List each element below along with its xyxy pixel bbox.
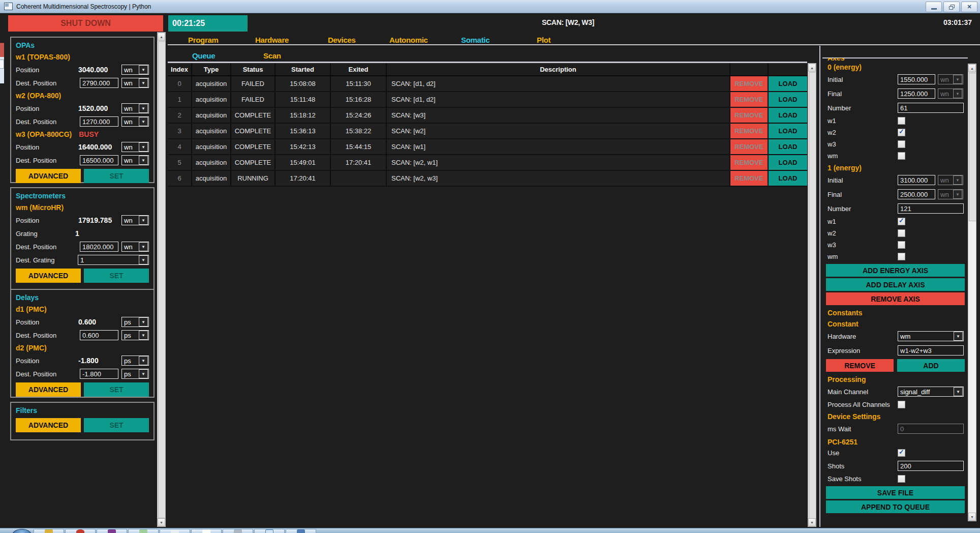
dest-grating-select[interactable]: 1▼ xyxy=(78,255,149,265)
remove-button[interactable]: REMOVE xyxy=(730,139,768,154)
dest-position-input[interactable] xyxy=(80,369,118,379)
w3-checkbox[interactable] xyxy=(898,140,905,148)
units-select[interactable]: ps▼ xyxy=(121,369,149,379)
units-select[interactable]: wn▼ xyxy=(121,155,149,165)
use-checkbox[interactable] xyxy=(898,449,905,457)
tab-devices[interactable]: Devices xyxy=(328,36,356,44)
dest-position-input[interactable] xyxy=(80,242,118,252)
units-select[interactable]: ps▼ xyxy=(121,330,149,340)
units-select[interactable]: wn▼ xyxy=(938,74,963,84)
scroll-up-icon[interactable]: ▲ xyxy=(158,33,165,41)
set-button[interactable]: SET xyxy=(84,269,149,283)
append-to-queue-button[interactable]: APPEND TO QUEUE xyxy=(826,500,965,513)
scroll-up-icon[interactable]: ▲ xyxy=(808,64,816,72)
minimize-button[interactable] xyxy=(926,2,942,12)
w1-checkbox[interactable] xyxy=(898,117,905,125)
remove-axis-button[interactable]: REMOVE AXIS xyxy=(826,292,965,305)
subtab-scan[interactable]: Scan xyxy=(263,51,281,60)
expression-input[interactable] xyxy=(898,345,964,356)
remove-button[interactable]: REMOVE xyxy=(730,76,768,91)
remove-button[interactable]: REMOVE xyxy=(730,92,768,107)
load-button[interactable]: LOAD xyxy=(769,139,807,154)
scroll-down-icon[interactable]: ▼ xyxy=(158,518,165,526)
initial-input[interactable] xyxy=(898,74,935,84)
taskbar-item[interactable] xyxy=(254,529,285,533)
units-select[interactable]: wn▼ xyxy=(121,65,149,75)
remove-constant-button[interactable]: REMOVE xyxy=(826,359,894,372)
remove-button[interactable]: REMOVE xyxy=(730,124,768,138)
tab-autonomic[interactable]: Autonomic xyxy=(389,36,428,44)
load-button[interactable]: LOAD xyxy=(769,108,807,123)
remove-button[interactable]: REMOVE xyxy=(730,108,768,123)
units-select[interactable]: wn▼ xyxy=(121,242,149,252)
load-button[interactable]: LOAD xyxy=(769,155,807,170)
set-button[interactable]: SET xyxy=(84,418,149,432)
taskbar-item[interactable] xyxy=(223,529,253,533)
taskbar-item[interactable] xyxy=(65,529,96,533)
units-select[interactable]: ps▼ xyxy=(121,317,149,327)
w3-checkbox[interactable] xyxy=(898,241,905,249)
scroll-down-icon[interactable]: ▼ xyxy=(968,513,976,521)
tab-hardware[interactable]: Hardware xyxy=(255,36,289,44)
units-select[interactable]: wn▼ xyxy=(121,215,149,225)
w2-checkbox[interactable] xyxy=(898,129,905,136)
initial-input[interactable] xyxy=(898,175,935,185)
scrollbar-thumb[interactable] xyxy=(809,72,816,519)
remove-button[interactable]: REMOVE xyxy=(730,171,768,186)
number-input[interactable] xyxy=(898,203,964,214)
scroll-down-icon[interactable]: ▼ xyxy=(808,518,816,526)
dest-position-input[interactable] xyxy=(80,155,118,165)
wm-checkbox[interactable] xyxy=(898,152,905,160)
dest-position-input[interactable] xyxy=(80,78,118,88)
advanced-button[interactable]: ADVANCED xyxy=(16,382,81,397)
load-button[interactable]: LOAD xyxy=(769,124,807,138)
set-button[interactable]: SET xyxy=(84,169,149,183)
add-energy-axis-button[interactable]: ADD ENERGY AXIS xyxy=(826,264,965,277)
set-button[interactable]: SET xyxy=(84,382,149,397)
units-select[interactable]: wn▼ xyxy=(121,116,149,127)
scrollbar-thumb[interactable] xyxy=(158,41,166,518)
dest-position-input[interactable] xyxy=(80,116,118,127)
load-button[interactable]: LOAD xyxy=(769,171,807,186)
panel-scrollbar[interactable]: ▲ ▼ xyxy=(968,64,976,521)
taskbar-item[interactable] xyxy=(97,529,127,533)
units-select[interactable]: wn▼ xyxy=(938,175,963,185)
units-select[interactable]: wn▼ xyxy=(121,103,149,113)
units-select[interactable]: wn▼ xyxy=(938,88,963,99)
final-input[interactable] xyxy=(898,88,935,99)
add-constant-button[interactable]: ADD xyxy=(897,359,965,372)
scroll-up-icon[interactable]: ▲ xyxy=(968,64,976,72)
advanced-button[interactable]: ADVANCED xyxy=(16,169,81,183)
sidebar-scrollbar[interactable]: ▲ ▼ xyxy=(157,32,166,527)
dest-position-input[interactable] xyxy=(80,330,118,340)
advanced-button[interactable]: ADVANCED xyxy=(16,418,81,432)
shutdown-button[interactable]: SHUT DOWN xyxy=(8,15,163,32)
load-button[interactable]: LOAD xyxy=(769,92,807,107)
taskbar-item[interactable] xyxy=(160,529,190,533)
taskbar-item[interactable] xyxy=(128,529,159,533)
units-select[interactable]: wn▼ xyxy=(121,78,149,88)
tab-plot[interactable]: Plot xyxy=(537,36,550,44)
scrollbar-thumb[interactable] xyxy=(969,73,976,221)
shots-input[interactable] xyxy=(898,461,964,471)
final-input[interactable] xyxy=(898,189,935,199)
wm-checkbox[interactable] xyxy=(898,253,905,260)
close-button[interactable]: ✕ xyxy=(961,2,977,12)
tab-somatic[interactable]: Somatic xyxy=(461,36,489,44)
add-delay-axis-button[interactable]: ADD DELAY AXIS xyxy=(826,278,965,291)
taskbar-item[interactable] xyxy=(34,529,64,533)
restore-button[interactable] xyxy=(943,2,960,12)
units-select[interactable]: wn▼ xyxy=(938,189,963,199)
save-file-button[interactable]: SAVE FILE xyxy=(826,486,965,499)
advanced-button[interactable]: ADVANCED xyxy=(16,269,81,283)
main-channel-select[interactable]: signal_diff▼ xyxy=(898,387,964,397)
queue-scrollbar[interactable]: ▲ ▼ xyxy=(808,63,816,527)
process-all-checkbox[interactable] xyxy=(898,401,905,408)
w1-checkbox[interactable] xyxy=(898,218,905,225)
w2-checkbox[interactable] xyxy=(898,229,905,237)
units-select[interactable]: wn▼ xyxy=(121,142,149,152)
hardware-select[interactable]: wm▼ xyxy=(898,331,964,341)
remove-button[interactable]: REMOVE xyxy=(730,155,768,170)
taskbar-item[interactable] xyxy=(191,529,222,533)
subtab-queue[interactable]: Queue xyxy=(192,51,215,60)
